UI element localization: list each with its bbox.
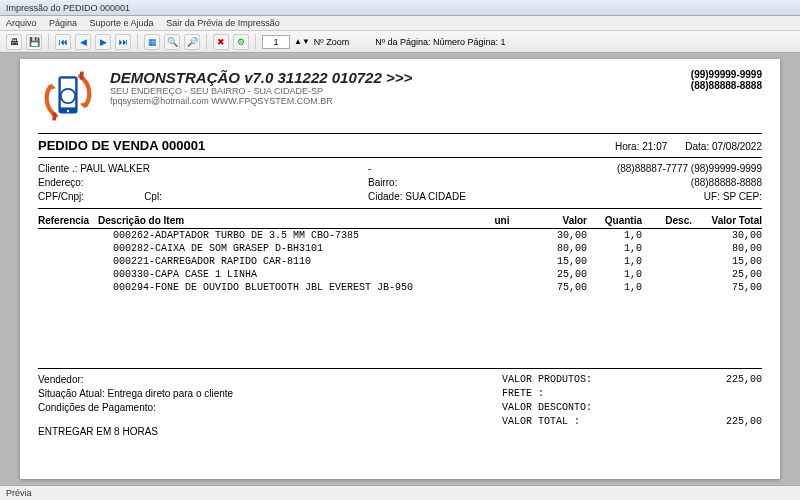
status-text: Prévia (6, 488, 32, 498)
seller-label: Vendedor: (38, 373, 482, 387)
save-icon[interactable]: 💾 (26, 34, 42, 50)
first-page-icon[interactable]: ⏮ (55, 34, 71, 50)
zoom-label: Nº Zoom (314, 37, 349, 47)
multi-page-icon[interactable]: ▦ (144, 34, 160, 50)
table-row: 000294-FONE DE OUVIDO BLUETOOTH JBL EVER… (38, 281, 762, 294)
page-number-label: Nº da Página: Número Página: 1 (375, 37, 505, 47)
client-cpf-label: CPF/Cnpj: (38, 190, 84, 204)
sum-products-label: VALOR PRODUTOS: (502, 373, 652, 387)
client-phones: (88)88887-7777 (98)99999-9999 (508, 162, 762, 176)
divider (38, 133, 762, 134)
settings-icon[interactable]: ⚙ (233, 34, 249, 50)
zoom-input[interactable] (262, 35, 290, 49)
client-phone3: (88)88888-8888 (508, 176, 762, 190)
print-icon[interactable]: 🖶 (6, 34, 22, 50)
last-page-icon[interactable]: ⏭ (115, 34, 131, 50)
payment-label: Condições de Pagamento: (38, 401, 482, 415)
client-cpl-label: Cpl: (144, 190, 162, 204)
order-title: PEDIDO DE VENDA 000001 (38, 138, 597, 153)
sum-discount-label: VALOR DESCONTO: (502, 401, 652, 415)
table-row: 000221-CARREGADOR RAPIDO CAR-811015,001,… (38, 255, 762, 268)
divider (38, 368, 762, 369)
col-ref: Referencia (38, 215, 98, 226)
separator (255, 34, 256, 50)
menu-exit[interactable]: Sair da Prévia de Impressão (166, 18, 280, 28)
separator (137, 34, 138, 50)
divider (38, 157, 762, 158)
client-dash: - (368, 162, 508, 176)
zoom-in-icon[interactable]: 🔍 (164, 34, 180, 50)
col-val: Valor (527, 215, 587, 226)
separator (48, 34, 49, 50)
items-table: 000262-ADAPTADOR TURBO DE 3.5 MM CBO-738… (38, 229, 762, 294)
next-page-icon[interactable]: ▶ (95, 34, 111, 50)
sum-freight-value (652, 387, 762, 401)
sum-freight-label: FRETE : (502, 387, 652, 401)
separator (206, 34, 207, 50)
menu-help[interactable]: Suporte e Ajuda (90, 18, 154, 28)
table-header: Referencia Descrição do Item uni Valor Q… (38, 215, 762, 229)
col-uni: uni (477, 215, 527, 226)
footer: Vendedor: Situação Atual: Entrega direto… (38, 373, 762, 439)
svg-rect-7 (80, 71, 84, 79)
table-row: 000262-ADAPTADOR TURBO DE 3.5 MM CBO-738… (38, 229, 762, 242)
client-block: Cliente .: PAUL WALKER - (88)88887-7777 … (38, 162, 762, 204)
company-phone2: (88)88888-8888 (691, 80, 762, 91)
delivery-label: ENTREGAR EM 8 HORAS (38, 425, 482, 439)
window-title: Impressão do PEDIDO 000001 (6, 3, 130, 13)
table-row: 000330-CAPA CASE 1 LINHA25,001,025,00 (38, 268, 762, 281)
sum-total-label: VALOR TOTAL : (502, 415, 652, 429)
document-page: DEMONSTRAÇÃO v7.0 311222 010722 >>> SEU … (20, 59, 780, 479)
table-row: 000282-CAIXA DE SOM GRASEP D-BH310180,00… (38, 242, 762, 255)
col-qty: Quantia (587, 215, 642, 226)
company-contact: fpqsystem@hotmail.com WWW.FPQSYSTEM.COM.… (110, 96, 679, 106)
company-title: DEMONSTRAÇÃO v7.0 311222 010722 >>> (110, 69, 679, 86)
svg-point-2 (67, 110, 69, 112)
statusbar: Prévia (0, 485, 800, 500)
client-city: Cidade: SUA CIDADE (368, 190, 508, 204)
menubar: Arquivo Página Suporte e Ajuda Sair da P… (0, 16, 800, 31)
status-label: Situação Atual: Entrega direto para o cl… (38, 387, 482, 401)
header: DEMONSTRAÇÃO v7.0 311222 010722 >>> SEU … (38, 69, 762, 129)
col-desc: Descrição do Item (98, 215, 477, 226)
order-time: Hora: 21:07 (615, 141, 667, 152)
toolbar: 🖶 💾 ⏮ ◀ ▶ ⏭ ▦ 🔍 🔎 ✖ ⚙ ▲▼ Nº Zoom Nº da P… (0, 31, 800, 53)
client-name: Cliente .: PAUL WALKER (38, 162, 368, 176)
zoom-out-icon[interactable]: 🔎 (184, 34, 200, 50)
sum-total-value: 225,00 (652, 415, 762, 429)
order-date: Data: 07/08/2022 (685, 141, 762, 152)
company-address: SEU ENDEREÇO - SEU BAIRRO - SUA CIDADE-S… (110, 86, 679, 96)
company-phone1: (99)99999-9999 (691, 69, 762, 80)
close-preview-icon[interactable]: ✖ (213, 34, 229, 50)
menu-page[interactable]: Página (49, 18, 77, 28)
client-uf-cep: UF: SP CEP: (508, 190, 762, 204)
svg-rect-6 (52, 112, 56, 120)
logo-icon (38, 69, 98, 129)
sum-discount-value (652, 401, 762, 415)
sum-products-value: 225,00 (652, 373, 762, 387)
window-titlebar: Impressão do PEDIDO 000001 (0, 0, 800, 16)
col-tot: Valor Total (692, 215, 762, 226)
menu-file[interactable]: Arquivo (6, 18, 37, 28)
client-address-label: Endereço: (38, 176, 368, 190)
prev-page-icon[interactable]: ◀ (75, 34, 91, 50)
col-disc: Desc. (642, 215, 692, 226)
divider (38, 208, 762, 209)
page-viewport[interactable]: DEMONSTRAÇÃO v7.0 311222 010722 >>> SEU … (0, 53, 800, 483)
client-neighborhood-label: Bairro: (368, 176, 508, 190)
